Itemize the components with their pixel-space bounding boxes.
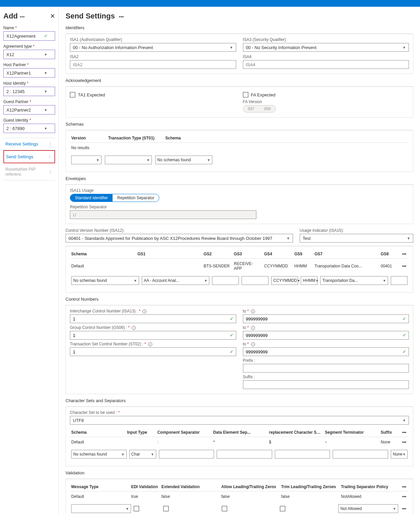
agreement-type-select[interactable]: X12▼: [3, 50, 55, 59]
env-schema-select[interactable]: No schemas found▼: [71, 276, 139, 285]
version-select[interactable]: ▼: [71, 156, 101, 164]
info-icon[interactable]: i: [142, 309, 146, 313]
col-schema: Schema: [165, 136, 408, 140]
checkbox-icon[interactable]: [70, 92, 75, 97]
env-gs7-select[interactable]: Transportation Da...▼: [320, 276, 388, 285]
col-gs1: GS1: [137, 252, 200, 256]
env-gs2-input[interactable]: [212, 276, 239, 285]
validation-title: Validation: [66, 470, 413, 475]
more-icon[interactable]: •••: [401, 264, 408, 268]
chevron-right-icon: 〉: [49, 141, 53, 146]
nav-rosettanet[interactable]: RosettaNet PIP referenc〉: [3, 163, 55, 180]
cs-inputtype-select[interactable]: Char▼: [129, 450, 156, 459]
col-edi: EDI Validation: [131, 484, 158, 489]
isa4-input[interactable]: [243, 60, 409, 69]
fa-version-toggle[interactable]: 997999: [243, 105, 276, 113]
isa1-select[interactable]: 00 - No Authorization Information Presen…: [70, 43, 236, 52]
pill-rep[interactable]: Repetition Separator: [113, 194, 159, 202]
v-edi-checkbox[interactable]: [134, 506, 139, 511]
cs-schema-select[interactable]: No schemas found▼: [71, 450, 127, 459]
v-ext-checkbox[interactable]: [163, 506, 169, 511]
host-partner-select[interactable]: X12Partner1▼: [3, 68, 55, 78]
chevron-down-icon: ▼: [403, 419, 406, 422]
suffix-input[interactable]: [243, 380, 409, 389]
more-icon[interactable]: •••: [401, 506, 408, 511]
pill-std[interactable]: Standard Identifier: [70, 194, 113, 202]
info-icon[interactable]: i: [251, 326, 255, 330]
cs-comp-input[interactable]: [159, 450, 214, 459]
cs-repl-input[interactable]: [275, 450, 330, 459]
prefix-input[interactable]: [243, 364, 409, 373]
more-icon[interactable]: •••: [401, 484, 408, 489]
info-icon[interactable]: i: [132, 326, 136, 330]
guest-identity-select[interactable]: 2 : 67890▼: [3, 124, 55, 133]
cs-seg-input[interactable]: [333, 450, 388, 459]
gs06-from[interactable]: [70, 331, 236, 340]
page-more-icon[interactable]: •••: [119, 14, 124, 19]
default-gs7: Transportation Data Coo...: [314, 264, 377, 268]
isa11-toggle[interactable]: Standard IdentifierRepetition Separator: [70, 194, 159, 202]
info-icon[interactable]: i: [251, 309, 255, 313]
v-msg-select[interactable]: ▼: [71, 504, 131, 513]
cs-data-input[interactable]: [217, 450, 272, 459]
gs06-to[interactable]: [243, 331, 409, 340]
guest-partner-select[interactable]: X12Partner2▼: [3, 105, 55, 115]
name-label: Name *: [3, 26, 55, 30]
chevron-right-icon: 〉: [49, 169, 53, 174]
st02-to[interactable]: [243, 347, 409, 356]
env-gs8-input[interactable]: [391, 276, 408, 285]
nav-receive-settings[interactable]: Receive Settings〉: [3, 138, 55, 150]
isa3-select[interactable]: 00 - No Security Information Present▼: [243, 43, 409, 52]
more-icon[interactable]: •••: [401, 430, 408, 435]
no-results-row: No results: [70, 143, 409, 153]
host-identity-select[interactable]: 2 : 12345▼: [3, 87, 55, 96]
cs-suffix-select[interactable]: None▼: [391, 450, 408, 459]
nav-send-settings[interactable]: Send Settings〉: [3, 150, 55, 163]
cvn-select[interactable]: 00401 - Standards Approved for Publicati…: [66, 234, 293, 243]
toggle-999[interactable]: 999: [259, 105, 276, 112]
isa2-input[interactable]: [70, 60, 236, 69]
default-schema: Default: [71, 264, 134, 268]
charset-select[interactable]: UTF8▼: [70, 416, 409, 425]
schemas-title: Schemas: [66, 122, 413, 127]
chevron-down-icon: ▼: [316, 279, 319, 283]
checkbox-icon[interactable]: [243, 92, 248, 97]
more-icon[interactable]: •••: [401, 252, 408, 256]
fa-checkbox-row[interactable]: FA Expected: [243, 92, 409, 97]
schema-select[interactable]: No schemas found▼: [155, 156, 212, 164]
env-gs5-select[interactable]: HHMM▼: [301, 276, 318, 285]
toggle-997[interactable]: 997: [243, 105, 259, 112]
info-icon[interactable]: i: [251, 342, 255, 346]
control-title: Control Numbers: [66, 297, 413, 302]
sidebar-title: Add: [3, 12, 18, 20]
charset-section: Character Set to be used : * UTF8▼ Schem…: [66, 406, 413, 466]
v-trail-select[interactable]: Not Allowed▼: [338, 504, 398, 513]
v-trim-checkbox[interactable]: [280, 506, 285, 511]
info-icon[interactable]: i: [148, 342, 152, 346]
st02-from[interactable]: [70, 347, 236, 356]
isa13-from[interactable]: [70, 314, 236, 323]
env-gs3-input[interactable]: [242, 276, 268, 285]
more-icon[interactable]: •••: [401, 494, 408, 499]
col-schema: Schema: [71, 252, 134, 256]
env-gs4-select[interactable]: CCYYMMDD▼: [271, 276, 298, 285]
isa13-to[interactable]: [243, 314, 409, 323]
more-icon[interactable]: •••: [401, 440, 408, 444]
to-label: to * i: [243, 342, 409, 346]
col-trim: Trim Leading/Trailing Zeroes: [281, 484, 338, 489]
chevron-down-icon: ▼: [287, 237, 290, 240]
control-section: Interchange Control Number (ISA13) : * i…: [66, 305, 413, 394]
close-icon[interactable]: ✕: [50, 12, 55, 20]
check-icon: ✓: [230, 333, 234, 338]
col-gs4: GS4: [264, 252, 291, 256]
txn-select[interactable]: ▼: [105, 156, 152, 164]
usage-select[interactable]: Test▼: [300, 234, 413, 243]
isa11-label: ISA11 Usage: [70, 188, 409, 193]
name-input[interactable]: X12Agreement: [3, 31, 55, 41]
chevron-down-icon: ▼: [393, 507, 396, 511]
ta1-checkbox-row[interactable]: TA1 Expected: [70, 92, 236, 97]
col-msg: Message Type: [71, 484, 128, 489]
env-gs1-select[interactable]: AA - Account Anal...▼: [142, 276, 210, 285]
sidebar-more-icon[interactable]: •••: [20, 14, 25, 19]
v-lead-checkbox[interactable]: [222, 506, 227, 511]
